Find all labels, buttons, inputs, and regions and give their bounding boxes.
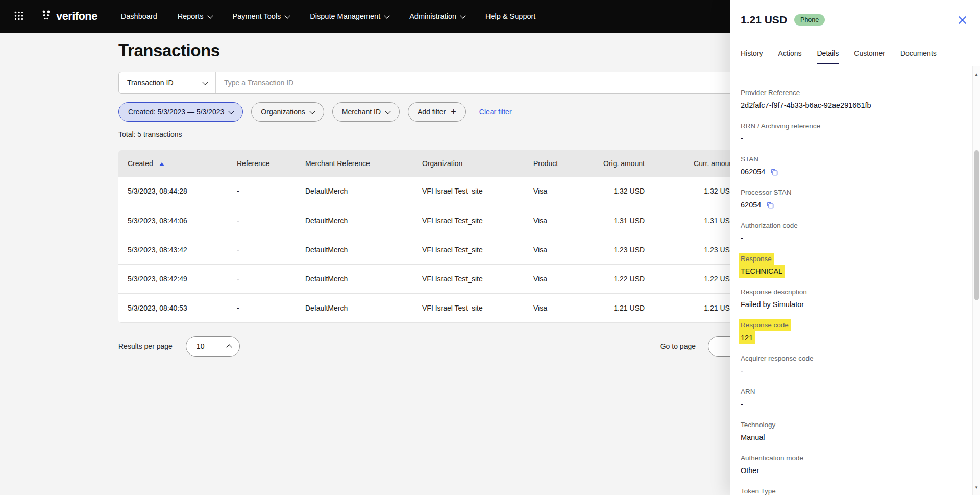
- panel-scrollbar[interactable]: [972, 66, 980, 495]
- detail-field-value: -: [741, 366, 743, 375]
- column-header-orig-amount[interactable]: Orig. amount: [586, 150, 655, 177]
- nav-item[interactable]: Reports: [178, 12, 212, 20]
- detail-field-value: -: [741, 399, 743, 409]
- scrollbar-thumb[interactable]: [974, 150, 979, 300]
- nav-item[interactable]: Help & Support: [485, 12, 535, 20]
- search-category-dropdown[interactable]: Transaction ID: [119, 72, 216, 93]
- primary-nav: Dashboard Reports Payment Tools Dispute …: [121, 12, 536, 20]
- panel-tab[interactable]: Actions: [778, 49, 802, 64]
- details-list: Provider Reference 2d2fafc7-f9f7-4b33-b6…: [741, 88, 965, 495]
- cell-reference: -: [229, 177, 297, 206]
- detail-field-value: -: [741, 233, 743, 243]
- detail-field: Token Type: [741, 486, 958, 495]
- detail-field-value: Failed by Simulator: [741, 300, 804, 309]
- detail-field: Processor STAN 62054: [741, 187, 958, 209]
- nav-item-label: Administration: [409, 12, 456, 20]
- panel-tab[interactable]: Details: [817, 49, 839, 64]
- organizations-filter[interactable]: Organizations: [251, 102, 324, 122]
- cell-created: 5/3/2023, 08:44:06: [118, 206, 229, 235]
- panel-tab[interactable]: Customer: [854, 49, 885, 64]
- nav-item[interactable]: Payment Tools: [233, 12, 290, 20]
- column-header-label: Product: [533, 159, 558, 168]
- detail-field-label: RRN / Archiving reference: [741, 122, 820, 130]
- detail-field-label: Response code: [741, 321, 789, 329]
- nav-item[interactable]: Administration: [409, 12, 465, 20]
- detail-field-label: Token Type: [741, 487, 776, 495]
- chevron-down-icon: [285, 13, 290, 18]
- detail-field-label: Processor STAN: [741, 188, 792, 196]
- cell-reference: -: [229, 235, 297, 264]
- cell-orig-amount: 1.32 USD: [586, 177, 655, 206]
- detail-field-label: Provider Reference: [741, 89, 800, 97]
- cell-organization: VFI Israel Test_site: [414, 177, 525, 206]
- chevron-down-icon: [384, 13, 390, 18]
- column-header-merchant-reference[interactable]: Merchant Reference: [297, 150, 414, 177]
- table-row[interactable]: 5/3/2023, 08:40:53 - DefaultMerch VFI Is…: [118, 293, 745, 322]
- add-filter-button[interactable]: Add filter: [408, 102, 466, 122]
- detail-field: Response description Failed by Simulator: [741, 287, 958, 309]
- copy-icon[interactable]: [766, 201, 774, 209]
- cell-merchant-reference: DefaultMerch: [297, 235, 414, 264]
- detail-field: Response TECHNICAL: [741, 254, 958, 276]
- detail-field: Provider Reference 2d2fafc7-f9f7-4b33-b6…: [741, 88, 958, 110]
- column-header-reference[interactable]: Reference: [229, 150, 297, 177]
- column-header-product[interactable]: Product: [525, 150, 586, 177]
- verifone-logo-mark-icon: [42, 10, 51, 23]
- cell-organization: VFI Israel Test_site: [414, 235, 525, 264]
- table-row[interactable]: 5/3/2023, 08:42:49 - DefaultMerch VFI Is…: [118, 264, 745, 293]
- cell-created: 5/3/2023, 08:42:49: [118, 264, 229, 293]
- copy-icon[interactable]: [770, 168, 778, 176]
- organizations-filter-label: Organizations: [261, 108, 305, 116]
- created-filter-pill[interactable]: Created: 5/3/2023 — 5/3/2023: [118, 102, 243, 122]
- nav-item[interactable]: Dashboard: [121, 12, 157, 20]
- apps-grid-icon: [14, 11, 23, 22]
- nav-item-label: Reports: [178, 12, 204, 20]
- brand-wordmark: verifone: [56, 10, 97, 23]
- verifone-logo[interactable]: verifone: [42, 10, 97, 23]
- clear-filter-link[interactable]: Clear filter: [479, 108, 512, 116]
- table-row[interactable]: 5/3/2023, 08:44:06 - DefaultMerch VFI Is…: [118, 206, 745, 235]
- merchant-id-filter[interactable]: Merchant ID: [332, 102, 400, 122]
- table-row[interactable]: 5/3/2023, 08:44:28 - DefaultMerch VFI Is…: [118, 177, 745, 206]
- panel-tabs: History Actions Details Customer Documen…: [730, 49, 980, 64]
- column-header-label: Reference: [237, 159, 270, 168]
- column-header-created[interactable]: Created: [118, 150, 229, 177]
- cell-orig-amount: 1.31 USD: [586, 206, 655, 235]
- column-header-organization[interactable]: Organization: [414, 150, 525, 177]
- panel-tab[interactable]: History: [741, 49, 763, 64]
- table-row[interactable]: 5/3/2023, 08:43:42 - DefaultMerch VFI Is…: [118, 235, 745, 264]
- close-icon: [958, 18, 967, 26]
- close-button[interactable]: [957, 15, 968, 27]
- cell-product: Visa: [525, 235, 586, 264]
- detail-field-label: Response: [741, 255, 772, 263]
- apps-grid-button[interactable]: [14, 11, 23, 22]
- detail-field: Authorization code -: [741, 221, 958, 243]
- results-per-page-select[interactable]: 10: [186, 336, 240, 357]
- detail-field: RRN / Archiving reference -: [741, 121, 958, 143]
- scroll-up-arrow[interactable]: [973, 70, 980, 78]
- nav-item-label: Help & Support: [485, 12, 535, 20]
- column-header-label: Organization: [422, 159, 462, 168]
- detail-field-label: ARN: [741, 388, 755, 395]
- nav-item[interactable]: Dispute Management: [310, 12, 389, 20]
- merchant-id-filter-label: Merchant ID: [342, 108, 381, 116]
- cell-merchant-reference: DefaultMerch: [297, 293, 414, 322]
- cell-organization: VFI Israel Test_site: [414, 264, 525, 293]
- results-per-page-label: Results per page: [118, 342, 173, 350]
- cell-created: 5/3/2023, 08:43:42: [118, 235, 229, 264]
- cell-product: Visa: [525, 293, 586, 322]
- detail-field-value: TECHNICAL: [741, 267, 782, 276]
- cell-orig-amount: 1.22 USD: [586, 264, 655, 293]
- scroll-down-arrow[interactable]: [973, 484, 980, 491]
- chevron-down-icon: [202, 79, 208, 85]
- cell-orig-amount: 1.21 USD: [586, 293, 655, 322]
- nav-item-label: Dashboard: [121, 12, 157, 20]
- detail-field: Response code 121: [741, 320, 958, 342]
- detail-field-label: Acquirer response code: [741, 355, 814, 362]
- chevron-down-icon: [309, 108, 315, 114]
- table-body: 5/3/2023, 08:44:28 - DefaultMerch VFI Is…: [118, 177, 745, 322]
- panel-tab[interactable]: Documents: [900, 49, 937, 64]
- detail-field-value: -: [741, 134, 743, 143]
- nav-item-label: Dispute Management: [310, 12, 380, 20]
- detail-field-label: Response description: [741, 288, 807, 296]
